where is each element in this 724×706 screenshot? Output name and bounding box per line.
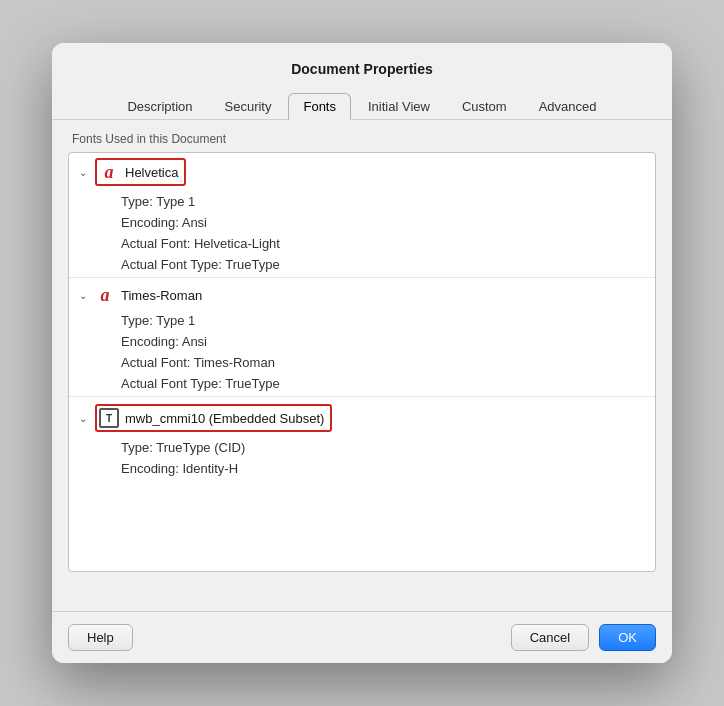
divider xyxy=(69,396,655,397)
cancel-button[interactable]: Cancel xyxy=(511,624,589,651)
tabs-bar: Description Security Fonts Initial View … xyxy=(52,87,672,120)
font-detail-row: Encoding: Identity-H xyxy=(121,458,655,479)
dialog-footer: Help Cancel OK xyxy=(52,611,672,663)
font-header-mwb-cmmi10[interactable]: ⌄ T mwb_cmmi10 (Embedded Subset) xyxy=(69,399,655,437)
tab-custom[interactable]: Custom xyxy=(447,93,522,120)
font-details-times-roman: Type: Type 1 Encoding: Ansi Actual Font:… xyxy=(69,310,655,394)
font-header-helvetica[interactable]: ⌄ a Helvetica xyxy=(69,153,655,191)
font-detail-row: Encoding: Ansi xyxy=(121,331,655,352)
font-group-times-roman: ⌄ a Times-Roman Type: Type 1 Encoding: A… xyxy=(69,280,655,394)
font-detail-row: Actual Font: Helvetica-Light xyxy=(121,233,655,254)
font-detail-row: Actual Font Type: TrueType xyxy=(121,373,655,394)
font-highlighted-box-mwb-cmmi10: T mwb_cmmi10 (Embedded Subset) xyxy=(95,404,332,432)
font-detail-row: Type: Type 1 xyxy=(121,191,655,212)
font-detail-row: Type: TrueType (CID) xyxy=(121,437,655,458)
font-detail-row: Actual Font Type: TrueType xyxy=(121,254,655,275)
font-details-helvetica: Type: Type 1 Encoding: Ansi Actual Font:… xyxy=(69,191,655,275)
chevron-times-roman-icon: ⌄ xyxy=(77,290,89,301)
tab-initial-view[interactable]: Initial View xyxy=(353,93,445,120)
ok-button[interactable]: OK xyxy=(599,624,656,651)
footer-right-buttons: Cancel OK xyxy=(511,624,656,651)
font-detail-row: Actual Font: Times-Roman xyxy=(121,352,655,373)
font-group-mwb-cmmi10: ⌄ T mwb_cmmi10 (Embedded Subset) Type: T… xyxy=(69,399,655,479)
tab-fonts[interactable]: Fonts xyxy=(288,93,351,120)
help-button[interactable]: Help xyxy=(68,624,133,651)
font-details-mwb-cmmi10: Type: TrueType (CID) Encoding: Identity-… xyxy=(69,437,655,479)
font-detail-row: Encoding: Ansi xyxy=(121,212,655,233)
font-name-helvetica: Helvetica xyxy=(125,165,178,180)
font-header-times-roman[interactable]: ⌄ a Times-Roman xyxy=(69,280,655,310)
font-name-mwb-cmmi10: mwb_cmmi10 (Embedded Subset) xyxy=(125,411,324,426)
font-italic-a-icon-helvetica: a xyxy=(99,162,119,182)
font-group-helvetica: ⌄ a Helvetica Type: Type 1 Encoding: Ans… xyxy=(69,153,655,275)
font-tt-icon-mwb-cmmi10: T xyxy=(99,408,119,428)
tab-advanced[interactable]: Advanced xyxy=(524,93,612,120)
font-detail-row: Type: Type 1 xyxy=(121,310,655,331)
fonts-list[interactable]: ⌄ a Helvetica Type: Type 1 Encoding: Ans… xyxy=(68,152,656,572)
tab-description[interactable]: Description xyxy=(112,93,207,120)
dialog-title: Document Properties xyxy=(52,43,672,87)
font-name-times-roman: Times-Roman xyxy=(121,288,202,303)
chevron-mwb-cmmi10-icon: ⌄ xyxy=(77,413,89,424)
content-area: Fonts Used in this Document ⌄ a Helvetic… xyxy=(52,120,672,611)
font-highlighted-box-helvetica: a Helvetica xyxy=(95,158,186,186)
document-properties-dialog: Document Properties Description Security… xyxy=(52,43,672,663)
font-italic-a-icon-times-roman: a xyxy=(95,285,115,305)
chevron-helvetica-icon: ⌄ xyxy=(77,167,89,178)
section-label: Fonts Used in this Document xyxy=(68,132,656,146)
divider xyxy=(69,277,655,278)
tab-security[interactable]: Security xyxy=(210,93,287,120)
